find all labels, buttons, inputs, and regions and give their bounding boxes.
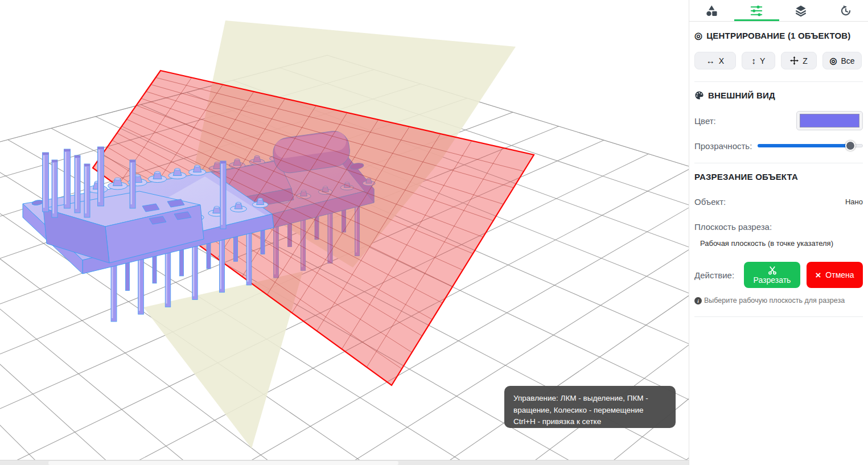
center-all-button[interactable]: ◎ Все (822, 52, 862, 69)
action-label: Действие: (694, 270, 734, 280)
center-x-label: X (719, 56, 724, 65)
tall-pin-highlight (53, 163, 54, 213)
tab-layers[interactable] (779, 0, 824, 21)
tall-pin-cap (84, 164, 90, 166)
color-swatch[interactable] (800, 114, 859, 127)
tall-pin-highlight (76, 158, 77, 209)
tooltip-line: Управление: ЛКМ - выделение, ПКМ - (513, 393, 667, 405)
properties-panel: ◎ ЦЕНТРИРОВАНИЕ (1 ОБЪЕКТОВ) ↔ X ↕ Y (689, 0, 868, 465)
scissors-icon (768, 266, 777, 275)
pin-highlight (193, 244, 194, 297)
move-icon (790, 56, 799, 65)
centering-buttons: ↔ X ↕ Y Z (694, 52, 863, 69)
tall-pin-cap (98, 147, 104, 149)
pin-cone (236, 202, 241, 204)
object-value: Нано (845, 197, 863, 206)
tall-pin-cap (64, 149, 71, 151)
tooltip-line: Ctrl+H - привязка к сетке (513, 416, 667, 428)
divider (694, 163, 863, 163)
tall-pin-cap (52, 160, 57, 162)
tab-shapes[interactable] (689, 0, 734, 21)
palette-icon (694, 90, 704, 100)
color-picker[interactable] (796, 111, 863, 130)
pin-cone (214, 206, 219, 208)
viewport-3d[interactable]: Управление: ЛКМ - выделение, ПКМ - враще… (0, 0, 689, 465)
pin-highlight (139, 259, 140, 311)
tall-pin-cap (220, 161, 226, 163)
appearance-heading: ВНЕШНИЙ ВИД (694, 90, 863, 100)
color-label: Цвет: (694, 116, 716, 126)
arrow-vertical-icon: ↕ (752, 56, 756, 65)
cancel-button-label: Отмена (825, 270, 854, 279)
centering-title: ЦЕНТРИРОВАНИЕ (1 ОБЪЕКТОВ) (706, 31, 850, 40)
tall-pin-highlight (65, 152, 66, 204)
opacity-slider-fill (758, 144, 850, 147)
opacity-row: Прозрачность: (694, 141, 863, 151)
pin-cone (155, 171, 160, 174)
pin-cone (175, 168, 180, 171)
tall-pin-highlight (85, 167, 87, 213)
controls-tooltip: Управление: ЛКМ - выделение, ПКМ - враще… (504, 386, 676, 428)
tall-pin-highlight (131, 163, 132, 204)
shapes-icon (705, 5, 718, 17)
arrow-horizontal-icon: ↔ (706, 56, 715, 65)
appearance-title: ВНЕШНИЙ ВИД (708, 90, 775, 100)
center-all-label: Все (841, 56, 854, 65)
info-icon: i (694, 297, 702, 304)
tall-pin-cap (43, 153, 49, 155)
tab-properties[interactable] (734, 0, 779, 21)
tall-pin-highlight (43, 155, 44, 208)
cancel-button[interactable]: × Отмена (807, 262, 863, 288)
tall-pin-highlight (221, 164, 223, 225)
cut-button[interactable]: Разрезать (744, 262, 800, 288)
pin-cone (115, 178, 121, 180)
tall-pin-cap (75, 155, 80, 158)
tab-history[interactable] (824, 0, 868, 21)
center-z-label: Z (803, 56, 808, 65)
color-row: Цвет: (694, 110, 863, 131)
object-row: Объект: Нано (694, 197, 863, 207)
scrollbar-thumb[interactable] (48, 461, 398, 465)
hint-text: Выберите рабочую плоскость для разреза (704, 297, 845, 304)
pin-highlight (247, 228, 248, 282)
centering-heading: ◎ ЦЕНТРИРОВАНИЕ (1 ОБЪЕКТОВ) (694, 30, 863, 41)
active-tab-indicator (734, 19, 779, 21)
opacity-slider[interactable] (758, 141, 863, 151)
slicing-heading: РАЗРЕЗАНИЕ ОБЪЕКТА (694, 172, 863, 182)
action-row: Действие: Разрезать (694, 262, 863, 288)
slider-thumb[interactable] (845, 141, 855, 151)
horizontal-scrollbar[interactable] (0, 460, 689, 465)
tall-pin-cap (130, 160, 135, 162)
target-icon: ◎ (829, 56, 837, 66)
pin-highlight (220, 236, 221, 289)
pin-cone (258, 198, 262, 200)
panel-content: ◎ ЦЕНТРИРОВАНИЕ (1 ОБЪЕКТОВ) ↔ X ↕ Y (689, 30, 868, 317)
opacity-label: Прозрачность: (694, 141, 752, 151)
center-x-button[interactable]: ↔ X (694, 52, 736, 69)
divider (694, 316, 863, 317)
cancel-icon: × (815, 270, 821, 280)
panel-tabbar (689, 0, 868, 22)
action-buttons: Разрезать × Отмена (744, 262, 863, 288)
history-icon (840, 5, 852, 17)
target-icon: ◎ (694, 30, 702, 41)
center-z-button[interactable]: Z (781, 52, 817, 69)
tall-pin-highlight (98, 150, 100, 202)
cut-button-label: Разрезать (754, 275, 791, 285)
pin-highlight (166, 252, 167, 304)
pin-cone (195, 165, 200, 167)
app-window: Управление: ЛКМ - выделение, ПКМ - враще… (0, 0, 868, 465)
object-label: Объект: (694, 197, 726, 207)
plane-value: Рабочая плоскость (в точке указателя) (694, 239, 863, 248)
center-y-button[interactable]: ↕ Y (742, 52, 775, 69)
pin-highlight (112, 267, 113, 318)
sliders-icon (750, 5, 763, 17)
tooltip-line: вращение, Колесико - перемещение (513, 405, 667, 417)
divider (694, 81, 863, 82)
center-y-label: Y (760, 56, 765, 65)
layers-icon (795, 5, 807, 17)
slicing-title: РАЗРЕЗАНИЕ ОБЪЕКТА (694, 172, 798, 182)
plane-label: Плоскость разреза: (694, 222, 863, 232)
hint-row: i Выберите рабочую плоскость для разреза (694, 297, 863, 304)
